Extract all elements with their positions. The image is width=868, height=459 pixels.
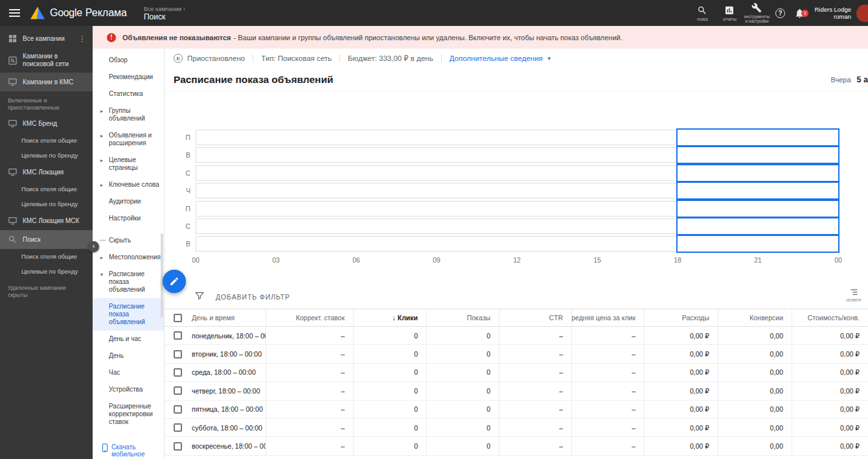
segment-icon <box>849 287 859 297</box>
sidebar-adgroup[interactable]: Целевые по бренду <box>0 148 93 163</box>
add-filter-button[interactable]: ДОБАВИТЬ ФИЛЬТР <box>216 293 290 301</box>
day-time-cell[interactable]: пятница, 18:00 – 00:00 <box>190 401 266 418</box>
segment-button[interactable]: сегмент <box>846 287 862 302</box>
day-label: П <box>165 130 190 145</box>
nav-keywords[interactable]: ▸Ключевые слова <box>93 176 164 193</box>
nav-locations[interactable]: ▸Местоположения <box>93 249 164 266</box>
conversions-cell: 0,00 <box>718 382 792 399</box>
sidebar-adgroup[interactable]: Целевые по бренду <box>0 264 93 279</box>
table-row[interactable]: понедельник, 18:00 – 00:00 – 0 0 – – 0,0… <box>165 327 868 345</box>
select-all-checkbox[interactable] <box>174 314 182 322</box>
schedule-active-block[interactable] <box>676 164 839 182</box>
caret-down-icon[interactable]: ▼ <box>547 56 552 62</box>
sidebar-item-label: КМС Локация МСК <box>23 217 89 225</box>
table-row[interactable]: пятница, 18:00 – 00:00 – 0 0 – – 0,00 ₽ … <box>165 401 868 419</box>
schedule-active-block[interactable] <box>676 182 839 200</box>
schedule-active-block[interactable] <box>676 217 839 235</box>
nav-advanced-bid-adjustments[interactable]: Расширенные корректировки ставок <box>93 398 164 430</box>
header-cost[interactable]: Расходы <box>644 309 718 326</box>
nav-ad-schedule-group[interactable]: ▾Расписание показа объявлений <box>93 266 164 298</box>
nav-settings[interactable]: Настройки <box>93 210 164 227</box>
schedule-active-block[interactable] <box>676 128 839 147</box>
row-checkbox[interactable] <box>174 405 182 414</box>
sidebar-campaign-kms-location[interactable]: КМС Локация <box>0 163 93 182</box>
nav-audiences[interactable]: Аудитории <box>93 193 164 210</box>
header-day-time[interactable]: День и время <box>190 309 266 326</box>
nav-day[interactable]: День <box>93 347 164 364</box>
header-ctr[interactable]: CTR <box>499 309 571 326</box>
hamburger-menu-icon[interactable] <box>9 7 20 19</box>
row-checkbox[interactable] <box>174 386 182 395</box>
nav-recommendations[interactable]: Рекомендации <box>93 69 164 86</box>
schedule-active-block[interactable] <box>676 200 839 218</box>
table-row[interactable]: вторник, 18:00 – 00:00 – 0 0 – – 0,00 ₽ … <box>165 345 868 363</box>
schedule-row: П <box>165 130 868 145</box>
nav-ad-groups[interactable]: ▸Группы объявлений <box>93 102 164 127</box>
row-checkbox[interactable] <box>174 442 182 451</box>
sidebar-item-display-campaigns[interactable]: Кампании в КМС <box>0 73 93 91</box>
day-time-cell[interactable]: суббота, 18:00 – 00:00 <box>190 419 266 436</box>
sidebar-campaign-kms-location-msk[interactable]: КМС Локация МСК <box>0 211 93 230</box>
edit-schedule-button[interactable] <box>163 270 186 293</box>
day-time-cell[interactable]: среда, 18:00 – 00:00 <box>190 364 266 381</box>
nav-devices[interactable]: Устройства <box>93 381 164 398</box>
avatar[interactable] <box>856 5 868 22</box>
sidebar-campaign-search[interactable]: Поиск <box>0 230 93 249</box>
day-time-cell[interactable]: понедельник, 18:00 – 00:00 <box>190 327 266 344</box>
nav-hide[interactable]: —Скрыть <box>93 232 164 249</box>
nav-landing-pages[interactable]: ▸Целевые страницы <box>93 152 164 176</box>
day-time-cell[interactable]: четверг, 18:00 – 00:00 <box>190 382 266 399</box>
breadcrumb-sep-icon: › <box>183 6 185 12</box>
day-time-cell[interactable]: воскресенье, 18:00 – 00:00 <box>190 437 266 454</box>
kebab-menu-icon[interactable]: ⋮ <box>76 35 89 43</box>
schedule-active-block[interactable] <box>676 146 839 164</box>
day-time-cell[interactable]: вторник, 18:00 – 00:00 <box>190 345 266 362</box>
header-clicks[interactable]: ↓Клики <box>353 309 426 326</box>
row-checkbox[interactable] <box>174 423 182 432</box>
reports-button[interactable]: отчеты <box>716 5 743 21</box>
sidebar-adgroup[interactable]: Поиск отеля общие <box>0 182 93 196</box>
breadcrumb[interactable]: Все кампании › Поиск <box>144 6 185 21</box>
nav-day-hour[interactable]: День и час <box>93 331 164 347</box>
header-impressions[interactable]: Показы <box>426 309 499 326</box>
breadcrumb-parent[interactable]: Все кампании <box>144 6 181 12</box>
nav-label: Обзор <box>109 56 128 64</box>
nav-hour[interactable]: Час <box>93 364 164 381</box>
header-cost-per-conv[interactable]: Стоимость/конв. <box>792 309 868 326</box>
nav-ads-extensions[interactable]: ▸Объявления и расширения <box>93 127 164 152</box>
date-value[interactable]: 5 а <box>857 75 868 84</box>
tools-button[interactable]: инструментыи настройки <box>743 3 770 23</box>
table-row[interactable]: четверг, 18:00 – 00:00 – 0 0 – – 0,00 ₽ … <box>165 382 868 400</box>
nav-overview[interactable]: Обзор <box>93 52 164 69</box>
table-row[interactable]: воскресенье, 18:00 – 00:00 – 0 0 – – 0,0… <box>165 437 868 455</box>
sidebar-item-all-campaigns[interactable]: Все кампании ⋮ <box>0 29 93 48</box>
row-checkbox[interactable] <box>174 350 182 359</box>
help-button[interactable]: ? <box>770 8 790 18</box>
table-row[interactable]: среда, 18:00 – 00:00 – 0 0 – – 0,00 ₽ 0,… <box>165 364 868 382</box>
notifications-button[interactable]: ! <box>790 8 809 19</box>
schedule-row: Ч <box>165 183 868 198</box>
sidebar-item-search-campaigns[interactable]: Кампании в поисковой сети <box>0 48 93 73</box>
header-conversions[interactable]: Конверсии <box>718 309 792 326</box>
breadcrumb-current[interactable]: Поиск <box>144 14 185 21</box>
sidebar-campaign-kms-brand[interactable]: КМС Бренд <box>0 114 93 133</box>
sidebar-adgroup[interactable]: Поиск отеля общие <box>0 133 93 148</box>
nav-download-mobile[interactable]: Скачать мобильное <box>93 440 164 459</box>
schedule-active-block[interactable] <box>676 235 839 253</box>
row-checkbox[interactable] <box>174 331 182 340</box>
date-preset[interactable]: Вчера <box>831 76 851 84</box>
nav-ad-schedule[interactable]: Расписание показа объявлений <box>93 298 164 331</box>
nav-scrollbar[interactable] <box>161 233 163 318</box>
date-range-picker[interactable]: Вчера 5 а <box>831 75 868 84</box>
table-row[interactable]: суббота, 18:00 – 00:00 – 0 0 – – 0,00 ₽ … <box>165 419 868 437</box>
account-info[interactable]: Riders Lodge roman <box>814 6 851 20</box>
details-link[interactable]: Дополнительные сведения <box>450 54 543 62</box>
row-checkbox[interactable] <box>174 368 182 377</box>
search-button[interactable]: поиск <box>689 5 716 21</box>
sidebar-adgroup[interactable]: Поиск отеля общие <box>0 249 93 264</box>
nav-statistics[interactable]: Статистика <box>93 86 164 102</box>
sidebar-adgroup[interactable]: Целевые по бренду <box>0 196 93 211</box>
header-avg-cpc[interactable]: Средняя цена за клик <box>571 309 644 326</box>
header-bid-adjust[interactable]: Коррект. ставок <box>266 309 353 326</box>
sidebar-collapse-button[interactable]: ‹ <box>88 241 99 252</box>
